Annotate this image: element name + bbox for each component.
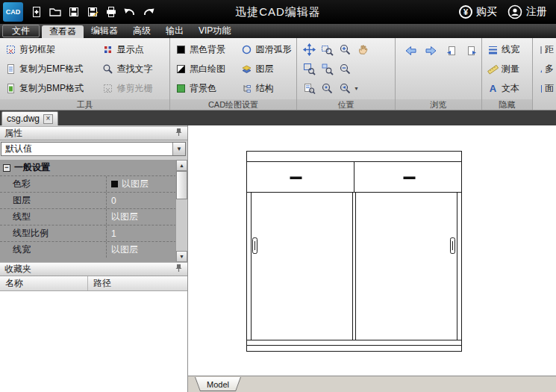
register-button[interactable]: 注册 [507,4,547,19]
tab-model[interactable]: Model [195,377,241,391]
zoom-object-button[interactable] [319,61,335,77]
zoom-window-button[interactable] [319,42,335,57]
next-view-button[interactable] [463,43,479,59]
undo-button[interactable] [120,2,139,22]
tab-viewer[interactable]: 查看器 [42,25,84,38]
favorites-col-name[interactable]: 名称 [0,276,88,290]
previous-view-button[interactable] [443,43,459,59]
favorites-list[interactable] [0,291,187,392]
scroll-down-icon[interactable]: ▼ [176,251,187,262]
app-logo-text: CAD [6,8,21,16]
pin-icon[interactable] [175,128,183,139]
line-width-icon [487,44,499,55]
person-icon [507,4,522,19]
save-as-button[interactable] [83,2,101,22]
scroll-thumb[interactable] [176,171,187,199]
open-file-button[interactable] [46,2,64,22]
property-row-linetype-scale[interactable]: 线型比例 1 [0,225,187,241]
zoom-scale-button[interactable] [302,81,317,96]
cut-frame-button[interactable]: 剪切框架 [3,40,97,59]
favorites-col-path[interactable]: 路径 [88,276,187,290]
smooth-arc-icon [241,44,252,55]
buy-button[interactable]: ¥ 购买 [459,5,497,19]
property-value: 1 [111,228,116,239]
pin-icon[interactable] [175,264,183,275]
pan-icon [303,43,316,56]
property-row-color[interactable]: 色彩 以图层 [0,175,187,192]
zoom-out-button[interactable] [337,61,353,77]
copy-emf-button[interactable]: 复制为EMF格式 [3,59,97,78]
zoom-previous-icon [339,82,352,95]
property-row-linetype[interactable]: 线型 以图层 [0,208,187,225]
hand-button[interactable] [355,42,371,57]
back-button[interactable] [403,43,419,59]
zoom-center-button[interactable] [319,81,335,96]
preset-dropdown[interactable]: 默认值 ▼ [1,142,186,156]
close-tab-button[interactable]: × [43,114,53,124]
tab-vip[interactable]: VIP功能 [191,24,238,38]
new-file-button[interactable] [27,2,46,22]
forward-arrow-icon [425,45,437,57]
area-button[interactable]: 面 [537,78,556,98]
bw-drawing-button[interactable]: 黑白绘图 [173,59,236,78]
distance-button[interactable]: 距 [537,40,556,59]
smooth-arc-button[interactable]: 圆滑弧形 [239,40,293,59]
print-button[interactable] [101,2,120,22]
ribbon: 剪切框架 复制为EMF格式 复制为BMP格式 显示点 [0,38,556,111]
black-background-button[interactable]: 黑色背景 [173,40,236,59]
scroll-up-icon[interactable]: ▲ [176,160,187,171]
zoom-dropdown-arrow[interactable]: ▼ [354,86,359,91]
measure-button[interactable]: 测量 [485,59,532,78]
tab-editor[interactable]: 编辑器 [84,24,125,38]
polyline-button[interactable]: 多 [537,59,556,78]
show-points-button[interactable]: 显示点 [100,40,154,59]
document-tabstrip: csg.dwg × [0,111,556,125]
background-color-button[interactable]: 背景色 [173,78,236,98]
save-button[interactable] [64,2,83,22]
property-row-layer[interactable]: 图层 0 [0,192,187,208]
copy-bmp-button[interactable]: 复制为BMP格式 [3,78,97,98]
forward-button[interactable] [423,43,439,59]
preset-dropdown-value: 默认值 [5,143,32,155]
trim-raster-button[interactable]: 修剪光栅 [100,78,154,98]
property-label: 线宽 [13,243,31,256]
chevron-down-icon[interactable]: ▼ [172,143,185,155]
pan-button[interactable] [302,42,317,57]
text-label: 文本 [502,82,519,95]
tab-output[interactable]: 输出 [158,24,191,38]
tab-advanced-label: 高级 [133,25,151,37]
menubar: 文件 查看器 编辑器 高级 输出 VIP功能 [0,24,556,38]
zoom-scale-icon [303,82,316,95]
black-background-icon [175,44,187,55]
structure-button[interactable]: 结构 [239,78,293,98]
favorites-col-name-label: 名称 [5,277,23,290]
trim-raster-label: 修剪光栅 [116,82,152,95]
save-icon [68,6,80,18]
tab-advanced[interactable]: 高级 [125,24,158,38]
zoom-in-button[interactable] [337,42,353,57]
find-text-button[interactable]: 查找文字 [100,59,154,78]
black-background-label: 黑色背景 [190,43,225,56]
tab-model-label: Model [207,380,229,389]
copy-emf-icon [5,63,16,75]
bw-drawing-label: 黑白绘图 [190,63,225,75]
zoom-in-icon [339,43,352,56]
property-label: 色彩 [13,178,31,190]
group-label-position: 位置 [297,99,395,110]
area-icon [540,83,542,94]
zoom-previous-button[interactable] [337,81,353,96]
tab-csg-dwg[interactable]: csg.dwg × [1,111,58,125]
cut-frame-icon [5,44,16,55]
text-button[interactable]: A 文本 [485,78,532,98]
layers-label: 图层 [255,63,273,75]
property-row-lineweight[interactable]: 线宽 以图层 [0,241,187,258]
menu-file[interactable]: 文件 [2,25,40,37]
zoom-extents-button[interactable] [302,61,317,77]
drawing-canvas[interactable] [188,125,556,376]
layers-button[interactable]: 图层 [239,59,293,78]
collapse-icon[interactable]: − [3,164,10,172]
section-general-settings[interactable]: − 一般设置 [0,160,187,175]
property-scrollbar[interactable]: ▲ ▼ [175,160,187,262]
tab-csg-dwg-label: csg.dwg [7,113,40,124]
line-width-button[interactable]: 线宽 [485,40,532,59]
